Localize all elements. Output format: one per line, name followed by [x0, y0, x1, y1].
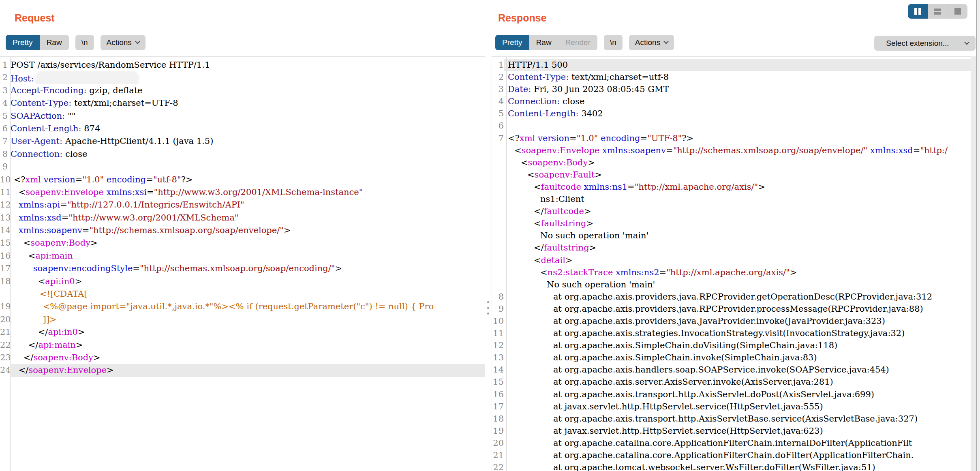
line-number [492, 169, 504, 181]
newline-toggle-button[interactable]: \n [75, 35, 94, 50]
line-number: 5 [492, 107, 504, 120]
select-extension-expand[interactable] [958, 36, 976, 51]
code-line: 10at org.apache.axis.providers.java.Java… [492, 315, 971, 327]
code-line: 6Content-Length: 874 [0, 122, 485, 135]
code-line: 21at org.apache.catalina.core.Applicatio… [492, 449, 971, 461]
line-number [492, 181, 504, 193]
line-number: 4 [492, 95, 504, 107]
code-line: 24</soapenv:Envelope> [0, 364, 485, 377]
line-number: 5 [0, 110, 8, 122]
chevron-down-icon [135, 39, 140, 44]
line-number: 21 [492, 449, 504, 461]
line-number: 17 [0, 262, 11, 275]
code-line: </faultcode> [492, 205, 971, 217]
line-number: 16 [492, 388, 504, 400]
split-handle-dot [487, 313, 489, 315]
request-panel-title: Request [15, 12, 55, 24]
code-line: 5SOAPAction: "" [0, 110, 485, 122]
code-line: 9at org.apache.axis.providers.java.RPCPr… [492, 303, 971, 315]
code-line: 19at javax.servlet.http.HttpServlet.serv… [492, 425, 971, 437]
http-message-viewer: Request Pretty Raw \n Actions 1POST /axi… [0, 0, 980, 471]
code-line: <![CDATA[ [0, 288, 485, 300]
line-number: 17 [492, 400, 504, 413]
code-line: 6 [492, 120, 971, 132]
code-line: 11at org.apache.axis.strategies.Invocati… [492, 327, 971, 339]
code-line: <faultcode xmlns:ns1="http://xml.apache.… [492, 181, 971, 193]
line-number [492, 144, 504, 156]
line-number: 14 [492, 364, 504, 376]
code-line: 18<api:in0> [0, 275, 485, 288]
line-number: 6 [492, 120, 504, 132]
line-number: 10 [492, 315, 504, 327]
code-line: <soapenv:Body> [492, 156, 971, 169]
code-line: 22</api:main> [0, 339, 485, 351]
line-number: 7 [492, 132, 504, 144]
line-number: 18 [492, 413, 504, 425]
code-line: No such operation 'main' [492, 278, 971, 291]
layout-single-button[interactable] [948, 4, 967, 19]
line-number: 12 [492, 339, 504, 351]
tab-raw[interactable]: Raw [529, 35, 558, 50]
select-extension-dropdown[interactable]: Select extension... [874, 36, 976, 51]
code-line: 7<?xml version="1.0" encoding="UTF-8"?> [492, 132, 971, 144]
response-panel: Response Pretty Raw Render \n Actions [492, 0, 980, 471]
code-line: 20]]> [0, 313, 485, 326]
chevron-down-icon [663, 39, 669, 44]
line-number [0, 288, 8, 300]
newline-label: \n [610, 38, 616, 47]
code-line: 17soapenv:encodingStyle="http://schemas.… [0, 262, 485, 275]
window-scrollbar-track[interactable] [977, 0, 980, 471]
layout-toggle-group [908, 4, 967, 19]
code-line: 13at org.apache.axis.SimpleChain.invoke(… [492, 351, 971, 364]
code-line: 16at org.apache.axis.transport.http.Axis… [492, 388, 971, 400]
response-view-tabs: Pretty Raw Render [495, 35, 597, 50]
chevron-down-icon [964, 39, 969, 45]
line-number [492, 193, 504, 205]
line-number [492, 217, 504, 229]
actions-button[interactable]: Actions [101, 35, 146, 50]
tab-pretty[interactable]: Pretty [6, 35, 40, 50]
line-number: 2 [492, 71, 504, 83]
tab-render[interactable]: Render [558, 35, 597, 50]
line-number: 22 [0, 339, 11, 351]
code-line: 8Connection: close [0, 148, 485, 161]
code-line: <soapenv:Envelope xmlns:soapenv="http://… [492, 144, 971, 156]
line-number: 3 [0, 84, 8, 97]
tab-raw[interactable]: Raw [40, 35, 69, 50]
line-number: 23 [0, 351, 11, 364]
code-line: 11<soapenv:Envelope xmlns:xsi="http://ww… [0, 186, 485, 199]
newline-toggle-button[interactable]: \n [604, 35, 623, 50]
line-number [492, 156, 504, 169]
code-line: </faultstring> [492, 242, 971, 254]
code-line: <soapenv:Fault> [492, 169, 971, 181]
select-extension-label: Select extension... [874, 39, 958, 48]
code-line: 8at org.apache.axis.providers.java.RPCPr… [492, 291, 971, 303]
layout-rows-button[interactable] [928, 4, 948, 19]
line-number: 20 [492, 437, 504, 449]
code-line: 1HTTP/1.1 500 [492, 59, 971, 71]
line-number: 8 [0, 148, 8, 161]
response-editor[interactable]: 1HTTP/1.1 5002Content-Type: text/xml;cha… [492, 56, 971, 471]
newline-label: \n [81, 38, 88, 47]
code-line: 7User-Agent: Apache-HttpClient/4.1.1 (ja… [0, 135, 485, 148]
request-editor[interactable]: 1POST /axis/services/RandomService HTTP/… [0, 56, 485, 471]
tab-pretty[interactable]: Pretty [495, 35, 529, 50]
code-line: 15at org.apache.axis.server.AxisServer.i… [492, 376, 971, 388]
line-number: 18 [0, 275, 11, 288]
redacted-host-value [36, 71, 138, 84]
code-line: 12at org.apache.axis.SimpleChain.doVisit… [492, 339, 971, 351]
panel-split-handle[interactable] [485, 56, 492, 471]
line-number: 11 [0, 186, 11, 199]
line-number [492, 278, 504, 291]
code-line: 14at org.apache.axis.handlers.soap.SOAPS… [492, 364, 971, 376]
layout-columns-button[interactable] [908, 4, 928, 19]
line-number: 10 [0, 173, 11, 186]
line-number: 24 [0, 364, 11, 377]
line-number: 9 [492, 303, 504, 315]
code-line: 18at org.apache.axis.transport.http.Axis… [492, 413, 971, 425]
code-line: 13xmlns:xsd="http://www.w3.org/2001/XMLS… [0, 212, 485, 224]
columns-icon [914, 8, 917, 15]
actions-button[interactable]: Actions [629, 35, 674, 50]
line-number: 19 [492, 425, 504, 437]
line-number [492, 254, 504, 266]
